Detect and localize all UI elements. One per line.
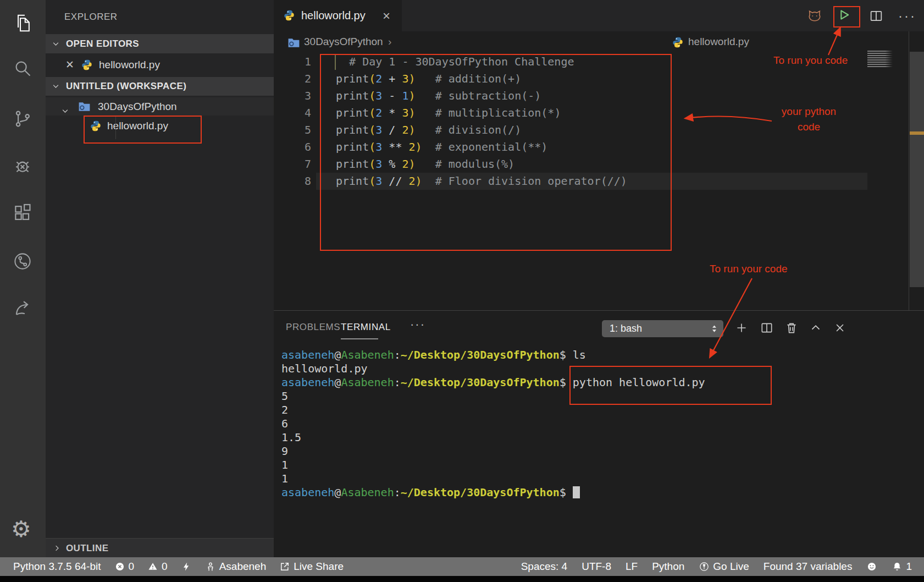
status-python-interpreter[interactable]: Python 3.7.5 64-bit — [13, 561, 101, 573]
tab-problems[interactable]: PROBLEMS — [286, 322, 340, 333]
status-encoding[interactable]: UTF-8 — [582, 561, 611, 573]
terminal-line[interactable]: 1.5 — [281, 431, 301, 444]
code-line[interactable]: 8print(3 // 2) # Floor division operator… — [274, 173, 911, 190]
status-variables-count[interactable]: Found 37 variables — [763, 561, 853, 573]
minimap[interactable] — [867, 51, 893, 68]
line-number: 8 — [274, 173, 311, 190]
tree-folder-row[interactable]: 30DaysOfPython — [46, 97, 274, 116]
maximize-panel-icon[interactable] — [809, 321, 823, 335]
bell-icon — [892, 561, 903, 572]
cat-icon[interactable] — [807, 8, 822, 24]
code-text: print(3 % 2) # modulus(%) — [336, 156, 514, 173]
editor-tab-bar: helloworld.py × ··· — [274, 0, 924, 31]
status-label: UTF-8 — [582, 561, 611, 573]
status-indentation[interactable]: Spaces: 4 — [521, 561, 568, 573]
terminal-line[interactable]: asabeneh@Asabeneh:~/Desktop/30DaysOfPyth… — [281, 486, 580, 499]
files-icon[interactable] — [12, 13, 33, 34]
open-editor-filename: helloworld.py — [99, 55, 160, 75]
debug-icon[interactable] — [12, 155, 33, 176]
terminal-line[interactable]: helloworld.py — [281, 362, 368, 376]
status-go-live[interactable]: Go Live — [699, 561, 749, 573]
outline-header[interactable]: OUTLINE — [46, 538, 274, 558]
chevron-right-icon — [53, 544, 61, 552]
terminal-line[interactable]: 2 — [281, 403, 288, 417]
activity-bar: ⚙ — [0, 0, 46, 557]
chevron-down-icon — [52, 82, 60, 90]
code-line[interactable]: 2print(2 + 3) # addition(+) — [274, 70, 911, 87]
status-label: Go Live — [713, 561, 749, 573]
extensions-icon[interactable] — [12, 202, 33, 223]
status-eol[interactable]: LF — [626, 561, 638, 573]
code-line[interactable]: 7print(3 % 2) # modulus(%) — [274, 156, 911, 173]
breadcrumb: 30DaysOfPython › helloworld.py — [274, 31, 909, 52]
status-errors[interactable]: 0 — [114, 561, 135, 573]
chevron-down-icon — [52, 40, 60, 48]
broadcast-icon — [699, 561, 710, 572]
terminal-line[interactable]: asabeneh@Asabeneh:~/Desktop/30DaysOfPyth… — [281, 376, 705, 389]
status-quick-action[interactable] — [181, 561, 192, 572]
breadcrumb-file[interactable]: helloworld.py — [688, 31, 749, 52]
updown-arrows-icon — [709, 323, 720, 334]
code-line[interactable]: 5print(3 / 2) # division(/) — [274, 122, 911, 139]
line-number: 5 — [274, 122, 311, 139]
search-icon[interactable] — [12, 58, 33, 79]
status-live-share[interactable]: Live Share — [279, 561, 344, 573]
chevron-down-icon — [61, 102, 69, 111]
share-arrow-icon — [279, 561, 290, 572]
terminal-line[interactable]: 1 — [281, 458, 288, 472]
panel-more-icon[interactable]: ··· — [410, 317, 425, 332]
line-number: 7 — [274, 156, 311, 173]
status-label: Live Share — [294, 561, 344, 573]
smiley-icon — [866, 561, 877, 572]
split-editor-icon[interactable] — [868, 8, 884, 24]
run-button[interactable] — [836, 7, 851, 23]
code-text: print(2 * 3) # multiplication(*) — [336, 105, 561, 122]
code-line[interactable]: 3print(3 - 1) # subtraction(-) — [274, 87, 911, 105]
more-actions-icon[interactable]: ··· — [898, 0, 916, 31]
new-terminal-icon[interactable] — [734, 321, 749, 335]
source-control-icon[interactable] — [12, 108, 33, 129]
status-user[interactable]: Asabeneh — [205, 561, 267, 573]
breadcrumb-folder[interactable]: 30DaysOfPython — [304, 31, 383, 52]
terminal-line[interactable]: 1 — [281, 472, 288, 486]
code-line[interactable]: 6print(3 ** 2) # exponential(**) — [274, 139, 911, 156]
tree-file-row[interactable]: helloworld.py — [46, 116, 274, 136]
close-icon[interactable]: ✕ — [65, 55, 74, 75]
person-icon — [205, 561, 216, 572]
folder-icon — [287, 36, 299, 48]
tab-helloworld[interactable]: helloworld.py × — [274, 0, 402, 31]
workspace-header[interactable]: UNTITLED (WORKSPACE) — [46, 77, 274, 96]
tab-terminal[interactable]: TERMINAL — [341, 322, 391, 333]
status-label: 0 — [162, 561, 168, 573]
live-share-icon[interactable] — [12, 298, 33, 319]
close-panel-icon[interactable] — [833, 321, 847, 335]
breadcrumb-separator: › — [388, 31, 391, 52]
terminal-line[interactable]: 6 — [281, 417, 288, 431]
status-warnings[interactable]: 0 — [147, 561, 168, 573]
code-line[interactable]: 4print(2 * 3) # multiplication(*) — [274, 105, 911, 122]
tab-close-icon[interactable]: × — [383, 0, 390, 31]
open-editor-item[interactable]: ✕ helloworld.py — [46, 55, 274, 75]
python-file-icon — [81, 59, 93, 71]
terminal-shell-select[interactable]: 1: bash — [602, 320, 723, 337]
terminal-line[interactable]: 9 — [281, 444, 288, 458]
window-edge — [0, 576, 924, 582]
outline-label: OUTLINE — [66, 539, 108, 558]
status-language-mode[interactable]: Python — [652, 561, 684, 573]
terminal-line[interactable]: 5 — [281, 389, 288, 403]
tree-folder-label: 30DaysOfPython — [98, 97, 177, 116]
scrollbar[interactable] — [910, 52, 924, 287]
scrollbar-marker — [910, 131, 924, 135]
split-terminal-icon[interactable] — [760, 321, 774, 335]
status-notifications[interactable]: 1 — [892, 561, 912, 573]
open-editors-header[interactable]: OPEN EDITORS — [46, 34, 274, 53]
circle-branch-icon[interactable] — [12, 251, 33, 272]
status-label: Python — [652, 561, 684, 573]
terminal-line[interactable]: asabeneh@Asabeneh:~/Desktop/30DaysOfPyth… — [281, 348, 586, 362]
kill-terminal-icon[interactable] — [784, 321, 799, 335]
settings-gear-icon[interactable]: ⚙ — [11, 518, 31, 541]
explorer-sidebar: EXPLORER OPEN EDITORS ✕ helloworld.py UN… — [46, 0, 274, 557]
status-feedback[interactable] — [866, 561, 877, 572]
folder-icon — [78, 100, 91, 113]
code-line[interactable]: 1 # Day 1 - 30DaysOfPython Challenge — [274, 53, 911, 70]
